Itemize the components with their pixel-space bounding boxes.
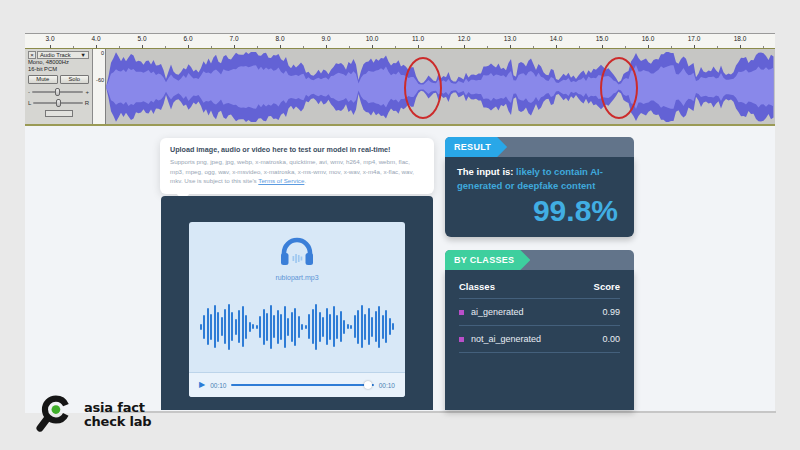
- class-score: 0.99: [602, 307, 620, 317]
- db-label-0: 0: [101, 50, 104, 56]
- player-waveform-bar: [207, 308, 209, 345]
- result-header: RESULT: [445, 137, 634, 157]
- logo-line-2: check lab: [84, 415, 151, 429]
- anomaly-circle-1: [404, 57, 442, 119]
- gain-slider-knob[interactable]: [55, 88, 60, 96]
- class-score: 0.00: [602, 334, 620, 344]
- current-time: 00:10: [210, 382, 226, 389]
- track-close-button[interactable]: ×: [28, 51, 36, 59]
- player-waveform-bar: [252, 324, 254, 329]
- player-waveform-bar: [371, 317, 373, 337]
- track-title-row: × Audio Track ▼: [28, 51, 89, 59]
- ruler-tick-label: 10.0: [366, 35, 379, 42]
- upload-period: .: [304, 177, 306, 184]
- class-row: ai_generated0.99: [459, 299, 620, 326]
- player-waveform-bar: [245, 315, 247, 339]
- ruler-tick-label: 17.0: [688, 35, 701, 42]
- terms-of-service-link[interactable]: Terms of Service: [258, 177, 304, 184]
- player-waveform-bar: [280, 314, 282, 340]
- player-waveform-bar: [249, 322, 251, 332]
- player-waveform-bar: [228, 304, 230, 350]
- result-panel: RESULT The input is: likely to contain A…: [445, 137, 634, 237]
- player-waveform-bar: [224, 309, 226, 344]
- headphones-icon: [278, 235, 316, 268]
- chevron-down-icon: ▼: [80, 52, 86, 58]
- player-waveform-bar: [329, 314, 331, 340]
- classes-header: BY CLASSES: [445, 250, 634, 270]
- player-waveform-bar: [277, 310, 279, 344]
- player-waveform-bar: [305, 325, 307, 329]
- player-waveform-bar: [242, 306, 244, 347]
- player-waveform-bar: [308, 314, 310, 339]
- player-waveform-bar: [263, 309, 265, 345]
- player-waveform-bar: [221, 317, 223, 336]
- pan-slider-rail[interactable]: [33, 102, 82, 104]
- player-waveform-bar: [217, 312, 219, 342]
- seek-knob[interactable]: [364, 381, 372, 389]
- seek-bar[interactable]: [231, 384, 373, 386]
- player-waveform-bar: [301, 324, 303, 330]
- player-waveform-bar: [347, 324, 349, 329]
- classes-tag: BY CLASSES: [445, 250, 530, 270]
- gain-slider-rail[interactable]: [32, 91, 83, 93]
- ruler-tick-label: 18.0: [734, 35, 747, 42]
- player-waveform-bar: [340, 311, 342, 342]
- pan-slider-knob[interactable]: [56, 99, 61, 107]
- player-waveform-bar: [361, 305, 363, 348]
- upload-formats: Supports png, jpeg, jpg, webp, x-matrosk…: [170, 157, 424, 186]
- player-waveform-bar: [294, 308, 296, 346]
- player-waveform-bar: [392, 323, 394, 330]
- track-title-dropdown[interactable]: Audio Track ▼: [37, 51, 89, 59]
- player-waveform-bar: [259, 316, 261, 338]
- ruler-tick-label: 13.0: [504, 35, 517, 42]
- upload-info-card: Upload image, audio or video here to tes…: [160, 138, 434, 194]
- track-collapse-button[interactable]: [45, 110, 73, 117]
- player-waveform-bar: [385, 310, 387, 343]
- player-waveform-bar: [231, 312, 233, 341]
- play-button[interactable]: ▶: [199, 381, 205, 389]
- logo-line-1: asia fact: [84, 401, 151, 415]
- anomaly-circle-2: [600, 57, 638, 119]
- solo-button[interactable]: Solo: [60, 75, 90, 84]
- player-waveform-bar: [364, 314, 366, 340]
- player-waveform-bar: [256, 325, 258, 329]
- mute-button[interactable]: Mute: [28, 75, 58, 84]
- class-row: not_ai_generated0.00: [459, 326, 620, 353]
- verdict-text: The input is: likely to contain AI-gener…: [457, 165, 622, 193]
- player-waveform-bar: [238, 310, 240, 343]
- upload-title: Upload image, audio or video here to tes…: [170, 145, 424, 154]
- ruler-tick-label: 5.0: [137, 35, 146, 42]
- ruler-tick-label: 8.0: [275, 35, 284, 42]
- player-waveform-bar: [382, 315, 384, 339]
- gain-slider[interactable]: - +: [28, 89, 89, 95]
- player-waveform-bar: [298, 316, 300, 338]
- player-waveform-bar: [368, 308, 370, 345]
- player-waveform-bar: [326, 308, 328, 345]
- class-name: not_ai_generated: [471, 334, 602, 344]
- player-waveform-bar: [312, 309, 314, 344]
- result-tag: RESULT: [445, 137, 507, 157]
- player-waveform-bar: [284, 306, 286, 348]
- timeline-ruler[interactable]: 3.04.05.06.07.08.09.010.011.012.013.014.…: [25, 34, 775, 48]
- player-waveform-bar: [200, 324, 202, 330]
- afcl-logo: asia fact check lab: [35, 392, 151, 438]
- classes-table: Classes Score ai_generated0.99not_ai_gen…: [445, 270, 634, 410]
- ruler-tick-label: 16.0: [642, 35, 655, 42]
- classes-panel: BY CLASSES Classes Score ai_generated0.9…: [445, 250, 634, 410]
- waveform-display[interactable]: [106, 49, 775, 124]
- player-waveform-bar: [266, 313, 268, 341]
- track-title: Audio Track: [40, 52, 71, 58]
- player-waveform-bar: [389, 318, 391, 335]
- player-waveform-bar: [375, 311, 377, 342]
- classes-column-header: Classes: [459, 281, 594, 292]
- ruler-tick-label: 4.0: [91, 35, 100, 42]
- pan-slider[interactable]: L R: [28, 100, 89, 106]
- audio-player-card: rubiopart.mp3 ▶ 00:10 00:10: [161, 196, 433, 410]
- confidence-score: 99.8%: [457, 194, 622, 228]
- duration: 00:10: [379, 382, 395, 389]
- pan-left-label: L: [28, 100, 31, 106]
- player-waveform-bar: [291, 312, 293, 342]
- player-waveform-bar: [350, 325, 352, 329]
- audio-editor: 3.04.05.06.07.08.09.010.011.012.013.014.…: [25, 33, 775, 126]
- audio-track: × Audio Track ▼ Mono, 48000Hz 16-bit PCM…: [25, 48, 775, 126]
